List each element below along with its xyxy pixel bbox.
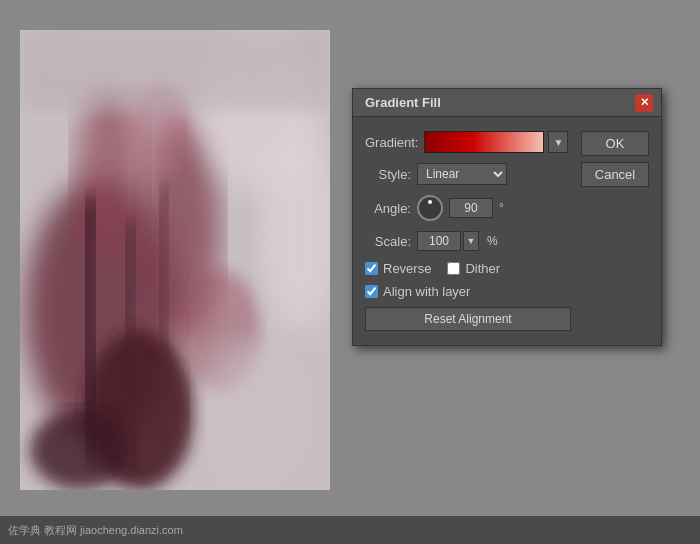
style-label: Style: bbox=[365, 167, 411, 182]
close-button[interactable]: ✕ bbox=[635, 94, 653, 112]
watercolor-svg bbox=[20, 30, 330, 490]
gradient-dropdown-btn[interactable]: ▼ bbox=[548, 131, 568, 153]
scale-row: Scale: ▼ % bbox=[365, 231, 571, 251]
reverse-checkbox[interactable] bbox=[365, 262, 378, 275]
scale-input-wrapper: ▼ bbox=[417, 231, 479, 251]
angle-label: Angle: bbox=[365, 201, 411, 216]
dialog-actions: OK Cancel bbox=[581, 131, 649, 331]
angle-input[interactable] bbox=[449, 198, 493, 218]
scale-dropdown-btn[interactable]: ▼ bbox=[463, 231, 479, 251]
angle-dial[interactable] bbox=[417, 195, 443, 221]
angle-unit: ° bbox=[499, 201, 504, 215]
dialog-titlebar: Gradient Fill ✕ bbox=[353, 89, 661, 117]
ok-button[interactable]: OK bbox=[581, 131, 649, 156]
checkbox-row-2: Align with layer bbox=[365, 284, 571, 299]
cancel-button[interactable]: Cancel bbox=[581, 162, 649, 187]
bottom-bar: 佐学典 教程网 jiaocheng.dianzi.com bbox=[0, 516, 700, 544]
svg-point-10 bbox=[200, 340, 300, 480]
scale-unit: % bbox=[487, 234, 498, 248]
watermark-text: 佐学典 教程网 jiaocheng.dianzi.com bbox=[8, 523, 183, 538]
dither-checkbox-item: Dither bbox=[447, 261, 500, 276]
reverse-checkbox-item: Reverse bbox=[365, 261, 431, 276]
gradient-label: Gradient: bbox=[365, 135, 418, 150]
scale-input[interactable] bbox=[417, 231, 461, 251]
canvas-content bbox=[20, 30, 330, 490]
gradient-row: Gradient: ▼ bbox=[365, 131, 571, 153]
reset-alignment-button[interactable]: Reset Alignment bbox=[365, 307, 571, 331]
gradient-swatch-wrapper: ▼ bbox=[424, 131, 568, 153]
svg-point-13 bbox=[45, 35, 305, 85]
dialog-form: Gradient: ▼ Style: Linear Radial Angle R… bbox=[365, 131, 571, 331]
dither-label[interactable]: Dither bbox=[465, 261, 500, 276]
align-label[interactable]: Align with layer bbox=[383, 284, 470, 299]
reverse-label[interactable]: Reverse bbox=[383, 261, 431, 276]
gradient-swatch[interactable] bbox=[424, 131, 544, 153]
dialog-body: Gradient: ▼ Style: Linear Radial Angle R… bbox=[353, 117, 661, 345]
style-row: Style: Linear Radial Angle Reflected Dia… bbox=[365, 163, 571, 185]
align-checkbox[interactable] bbox=[365, 285, 378, 298]
dialog-title: Gradient Fill bbox=[365, 95, 441, 110]
angle-row: Angle: ° bbox=[365, 195, 571, 221]
gradient-fill-dialog: Gradient Fill ✕ Gradient: ▼ Style: Linea… bbox=[352, 88, 662, 346]
checkbox-row-1: Reverse Dither bbox=[365, 261, 571, 276]
angle-dial-indicator bbox=[428, 200, 432, 204]
scale-label: Scale: bbox=[365, 234, 411, 249]
style-select[interactable]: Linear Radial Angle Reflected Diamond bbox=[417, 163, 507, 185]
align-checkbox-item: Align with layer bbox=[365, 284, 470, 299]
dither-checkbox[interactable] bbox=[447, 262, 460, 275]
